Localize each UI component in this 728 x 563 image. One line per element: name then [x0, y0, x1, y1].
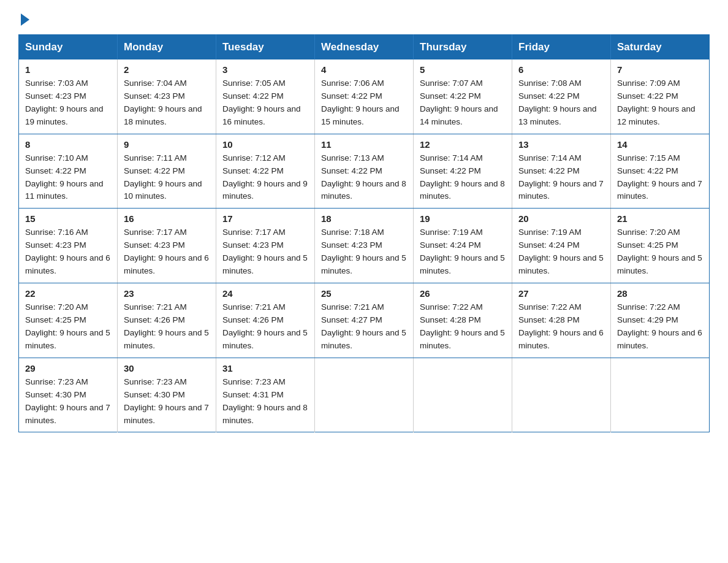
day-detail: Sunrise: 7:18 AMSunset: 4:23 PMDaylight:…	[321, 228, 406, 275]
day-number: 23	[124, 288, 210, 299]
calendar-week-row: 29 Sunrise: 7:23 AMSunset: 4:30 PMDaylig…	[19, 358, 710, 432]
day-detail: Sunrise: 7:17 AMSunset: 4:23 PMDaylight:…	[124, 228, 209, 275]
day-detail: Sunrise: 7:19 AMSunset: 4:24 PMDaylight:…	[518, 228, 604, 275]
day-number: 18	[321, 213, 407, 224]
day-detail: Sunrise: 7:04 AMSunset: 4:23 PMDaylight:…	[124, 79, 202, 126]
calendar-day-cell: 20 Sunrise: 7:19 AMSunset: 4:24 PMDaylig…	[512, 209, 611, 283]
day-detail: Sunrise: 7:20 AMSunset: 4:25 PMDaylight:…	[617, 228, 702, 275]
calendar-day-cell: 24 Sunrise: 7:21 AMSunset: 4:26 PMDaylig…	[216, 283, 315, 358]
day-number: 15	[25, 213, 111, 224]
day-detail: Sunrise: 7:23 AMSunset: 4:30 PMDaylight:…	[124, 377, 209, 425]
calendar-day-cell	[611, 358, 710, 432]
day-detail: Sunrise: 7:22 AMSunset: 4:28 PMDaylight:…	[420, 302, 505, 350]
calendar-day-cell: 8 Sunrise: 7:10 AMSunset: 4:22 PMDayligh…	[19, 134, 118, 209]
logo	[18, 12, 29, 23]
day-number: 10	[222, 139, 308, 150]
day-number: 24	[222, 288, 308, 299]
day-number: 2	[124, 64, 210, 75]
calendar-day-cell: 28 Sunrise: 7:22 AMSunset: 4:29 PMDaylig…	[611, 283, 710, 358]
day-detail: Sunrise: 7:21 AMSunset: 4:26 PMDaylight:…	[222, 302, 308, 350]
day-of-week-header: Thursday	[414, 35, 512, 60]
day-detail: Sunrise: 7:22 AMSunset: 4:28 PMDaylight:…	[518, 302, 604, 350]
day-detail: Sunrise: 7:06 AMSunset: 4:22 PMDaylight:…	[321, 79, 400, 126]
day-detail: Sunrise: 7:17 AMSunset: 4:23 PMDaylight:…	[222, 228, 308, 275]
calendar-day-cell: 12 Sunrise: 7:14 AMSunset: 4:22 PMDaylig…	[414, 134, 512, 209]
calendar-day-cell: 27 Sunrise: 7:22 AMSunset: 4:28 PMDaylig…	[512, 283, 611, 358]
day-number: 17	[222, 213, 308, 224]
day-number: 19	[420, 213, 506, 224]
day-number: 28	[617, 288, 703, 299]
calendar-day-cell: 25 Sunrise: 7:21 AMSunset: 4:27 PMDaylig…	[315, 283, 414, 358]
calendar-day-cell: 23 Sunrise: 7:21 AMSunset: 4:26 PMDaylig…	[118, 283, 216, 358]
calendar-day-cell: 2 Sunrise: 7:04 AMSunset: 4:23 PMDayligh…	[118, 59, 216, 134]
calendar-day-cell: 17 Sunrise: 7:17 AMSunset: 4:23 PMDaylig…	[216, 209, 315, 283]
day-number: 3	[222, 64, 308, 75]
day-detail: Sunrise: 7:15 AMSunset: 4:22 PMDaylight:…	[617, 153, 702, 201]
day-number: 4	[321, 64, 407, 75]
calendar-day-cell	[414, 358, 512, 432]
calendar-week-row: 8 Sunrise: 7:10 AMSunset: 4:22 PMDayligh…	[19, 134, 710, 209]
calendar-week-row: 22 Sunrise: 7:20 AMSunset: 4:25 PMDaylig…	[19, 283, 710, 358]
calendar-table: SundayMondayTuesdayWednesdayThursdayFrid…	[18, 34, 710, 432]
day-number: 30	[124, 363, 210, 373]
day-number: 9	[124, 139, 210, 150]
day-detail: Sunrise: 7:20 AMSunset: 4:25 PMDaylight:…	[25, 302, 110, 350]
calendar-day-cell: 22 Sunrise: 7:20 AMSunset: 4:25 PMDaylig…	[19, 283, 118, 358]
day-detail: Sunrise: 7:21 AMSunset: 4:27 PMDaylight:…	[321, 302, 406, 350]
calendar-day-cell	[512, 358, 611, 432]
day-number: 14	[617, 139, 703, 150]
calendar-header-row: SundayMondayTuesdayWednesdayThursdayFrid…	[19, 35, 710, 60]
day-detail: Sunrise: 7:23 AMSunset: 4:30 PMDaylight:…	[25, 377, 110, 425]
day-detail: Sunrise: 7:21 AMSunset: 4:26 PMDaylight:…	[124, 302, 209, 350]
day-of-week-header: Monday	[118, 35, 216, 60]
day-detail: Sunrise: 7:14 AMSunset: 4:22 PMDaylight:…	[518, 153, 604, 201]
calendar-day-cell: 13 Sunrise: 7:14 AMSunset: 4:22 PMDaylig…	[512, 134, 611, 209]
calendar-day-cell: 9 Sunrise: 7:11 AMSunset: 4:22 PMDayligh…	[118, 134, 216, 209]
day-detail: Sunrise: 7:23 AMSunset: 4:31 PMDaylight:…	[222, 377, 308, 425]
day-detail: Sunrise: 7:12 AMSunset: 4:22 PMDaylight:…	[222, 153, 308, 201]
day-detail: Sunrise: 7:13 AMSunset: 4:22 PMDaylight:…	[321, 153, 406, 201]
calendar-day-cell: 4 Sunrise: 7:06 AMSunset: 4:22 PMDayligh…	[315, 59, 414, 134]
day-number: 29	[25, 363, 111, 373]
day-detail: Sunrise: 7:08 AMSunset: 4:22 PMDaylight:…	[518, 79, 597, 126]
day-of-week-header: Wednesday	[315, 35, 414, 60]
day-detail: Sunrise: 7:10 AMSunset: 4:22 PMDaylight:…	[25, 153, 104, 201]
calendar-day-cell	[315, 358, 414, 432]
calendar-day-cell: 30 Sunrise: 7:23 AMSunset: 4:30 PMDaylig…	[118, 358, 216, 432]
day-number: 11	[321, 139, 407, 150]
calendar-day-cell: 31 Sunrise: 7:23 AMSunset: 4:31 PMDaylig…	[216, 358, 315, 432]
calendar-day-cell: 7 Sunrise: 7:09 AMSunset: 4:22 PMDayligh…	[611, 59, 710, 134]
calendar-day-cell: 26 Sunrise: 7:22 AMSunset: 4:28 PMDaylig…	[414, 283, 512, 358]
day-of-week-header: Sunday	[19, 35, 118, 60]
day-detail: Sunrise: 7:11 AMSunset: 4:22 PMDaylight:…	[124, 153, 202, 201]
day-detail: Sunrise: 7:09 AMSunset: 4:22 PMDaylight:…	[617, 79, 696, 126]
day-number: 16	[124, 213, 210, 224]
day-number: 22	[25, 288, 111, 299]
day-detail: Sunrise: 7:14 AMSunset: 4:22 PMDaylight:…	[420, 153, 505, 201]
day-of-week-header: Saturday	[611, 35, 710, 60]
day-number: 12	[420, 139, 506, 150]
day-number: 21	[617, 213, 703, 224]
day-number: 6	[518, 64, 604, 75]
day-number: 26	[420, 288, 506, 299]
logo-triangle-icon	[21, 13, 29, 26]
day-number: 7	[617, 64, 703, 75]
day-detail: Sunrise: 7:22 AMSunset: 4:29 PMDaylight:…	[617, 302, 702, 350]
day-of-week-header: Tuesday	[216, 35, 315, 60]
day-number: 8	[25, 139, 111, 150]
calendar-day-cell: 1 Sunrise: 7:03 AMSunset: 4:23 PMDayligh…	[19, 59, 118, 134]
calendar-week-row: 15 Sunrise: 7:16 AMSunset: 4:23 PMDaylig…	[19, 209, 710, 283]
day-detail: Sunrise: 7:16 AMSunset: 4:23 PMDaylight:…	[25, 228, 110, 275]
calendar-day-cell: 21 Sunrise: 7:20 AMSunset: 4:25 PMDaylig…	[611, 209, 710, 283]
day-detail: Sunrise: 7:07 AMSunset: 4:22 PMDaylight:…	[420, 79, 498, 126]
calendar-day-cell: 11 Sunrise: 7:13 AMSunset: 4:22 PMDaylig…	[315, 134, 414, 209]
day-number: 5	[420, 64, 506, 75]
day-number: 27	[518, 288, 604, 299]
calendar-day-cell: 10 Sunrise: 7:12 AMSunset: 4:22 PMDaylig…	[216, 134, 315, 209]
day-detail: Sunrise: 7:05 AMSunset: 4:22 PMDaylight:…	[222, 79, 301, 126]
calendar-day-cell: 15 Sunrise: 7:16 AMSunset: 4:23 PMDaylig…	[19, 209, 118, 283]
calendar-week-row: 1 Sunrise: 7:03 AMSunset: 4:23 PMDayligh…	[19, 59, 710, 134]
day-number: 31	[222, 363, 308, 373]
calendar-day-cell: 19 Sunrise: 7:19 AMSunset: 4:24 PMDaylig…	[414, 209, 512, 283]
day-number: 20	[518, 213, 604, 224]
